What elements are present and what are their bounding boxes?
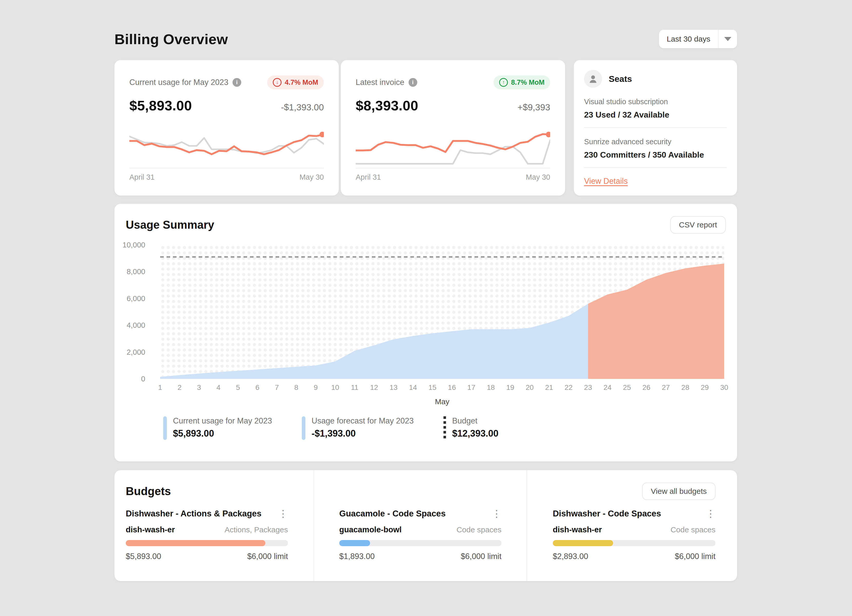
legend-value: $12,393.00 — [452, 428, 499, 439]
spark-start-date: April 31 — [356, 173, 381, 181]
budget-repo-name: dish-wash-er — [126, 525, 175, 534]
budgets-panel: Budgets Dishwasher - Actions & Packages … — [115, 470, 737, 581]
page-header: Billing Overview Last 30 days — [115, 0, 737, 48]
budget-column-2: Guacamole - Code Spaces ⋮ guacamole-bowl… — [314, 470, 527, 581]
blue-bar-marker-icon — [163, 416, 167, 440]
blue-bar-marker-icon — [302, 416, 305, 440]
budget-limit: $6,000 limit — [247, 552, 288, 561]
budget-item: Dishwasher - Code Spaces ⋮ dish-wash-er … — [553, 509, 716, 561]
budget-repo-name: guacamole-bowl — [339, 525, 402, 534]
latest-invoice-label: Latest invoice — [356, 78, 405, 87]
seats-card: Seats Visual studio subscription 23 Used… — [574, 60, 737, 196]
kebab-menu-icon[interactable]: ⋮ — [706, 510, 716, 517]
spark-end-date: May 30 — [299, 173, 324, 181]
legend-item-usage-forecast: Usage forecast for May 2023 -$1,393.00 — [302, 416, 414, 440]
billing-overview-page: Billing Overview Last 30 days Current us… — [0, 0, 852, 616]
legend-item-current-usage: Current usage for May 2023 $5,893.00 — [163, 416, 272, 440]
legend-label: Current usage for May 2023 — [173, 416, 272, 426]
x-axis-title: May — [160, 397, 724, 406]
budget-spent: $5,893.00 — [126, 552, 161, 561]
divider — [584, 168, 727, 168]
kebab-menu-icon[interactable]: ⋮ — [492, 510, 502, 517]
budget-progress-fill — [553, 540, 613, 546]
legend-value: $5,893.00 — [173, 428, 272, 439]
seats-section-value: 230 Committers / 350 Available — [584, 150, 727, 160]
current-usage-card: Current usage for May 2023 i ↓ 4.7% MoM … — [115, 60, 339, 196]
latest-invoice-sparkline — [356, 123, 550, 167]
spark-end-date: May 30 — [526, 173, 550, 181]
budget-progress-fill — [126, 540, 265, 546]
seats-section-label: Visual studio subscription — [584, 98, 727, 106]
divider — [584, 127, 727, 128]
latest-invoice-delta: +$9,393 — [518, 102, 550, 113]
mom-increase-badge: ↑ 8.7% MoM — [494, 75, 550, 89]
budget-title: Guacamole - Code Spaces — [339, 509, 446, 518]
budget-progress-bar — [339, 540, 502, 546]
info-icon[interactable]: i — [233, 78, 241, 87]
budget-progress-fill — [339, 540, 370, 546]
legend-label: Budget — [452, 416, 499, 426]
person-icon — [588, 73, 598, 84]
budget-item: Dishwasher - Actions & Packages ⋮ dish-w… — [126, 509, 288, 561]
seats-section-label: Sunrize advanced security — [584, 137, 727, 146]
latest-invoice-card: Latest invoice i ↑ 8.7% MoM $8,393.00 +$… — [341, 60, 565, 196]
period-selector-label: Last 30 days — [659, 30, 719, 48]
budget-scope: Code spaces — [671, 525, 716, 534]
legend-label: Usage forecast for May 2023 — [311, 416, 414, 426]
budget-spent: $1,893.00 — [339, 552, 375, 561]
budget-progress-bar — [553, 540, 716, 546]
budget-limit: $6,000 limit — [461, 552, 502, 561]
sparkline-baseline — [129, 168, 324, 168]
chevron-down-icon[interactable] — [719, 30, 737, 48]
current-usage-value: $5,893.00 — [129, 98, 192, 113]
stat-cards-row: Current usage for May 2023 i ↓ 4.7% MoM … — [115, 60, 737, 196]
budget-scope: Code spaces — [456, 525, 502, 534]
budget-item: Guacamole - Code Spaces ⋮ guacamole-bowl… — [339, 509, 502, 561]
info-icon[interactable]: i — [409, 78, 417, 87]
dotted-line-marker-icon — [443, 416, 446, 440]
budget-scope: Actions, Packages — [225, 525, 288, 534]
period-selector[interactable]: Last 30 days — [659, 30, 737, 48]
budget-repo-name: dish-wash-er — [553, 525, 602, 534]
current-usage-sparkline — [129, 123, 324, 167]
chart-legend: Current usage for May 2023 $5,893.00 Usa… — [163, 416, 737, 440]
view-details-link[interactable]: View Details — [584, 177, 628, 186]
usage-summary-title: Usage Summary — [126, 219, 214, 231]
budget-limit: $6,000 limit — [675, 552, 716, 561]
current-usage-delta: -$1,393.00 — [281, 102, 324, 113]
budget-progress-bar — [126, 540, 288, 546]
avatar — [584, 70, 602, 88]
seats-title: Seats — [609, 74, 632, 84]
view-all-budgets-button[interactable]: View all budgets — [642, 483, 716, 500]
x-axis-labels: 1234567891011121314151617181920212223242… — [160, 383, 724, 394]
legend-value: -$1,393.00 — [311, 428, 414, 439]
legend-item-budget: Budget $12,393.00 — [443, 416, 499, 440]
seats-section-value: 23 Used / 32 Available — [584, 110, 727, 119]
budget-column-3: View all budgets Dishwasher - Code Space… — [527, 470, 737, 581]
page-title: Billing Overview — [115, 31, 228, 47]
usage-area-chart — [160, 245, 724, 379]
mom-increase-text: 8.7% MoM — [511, 79, 545, 86]
budget-spent: $2,893.00 — [553, 552, 588, 561]
arrow-up-circle-icon: ↑ — [499, 78, 508, 87]
kebab-menu-icon[interactable]: ⋮ — [278, 510, 288, 517]
spark-start-date: April 31 — [129, 173, 154, 181]
sparkline-baseline — [356, 168, 550, 168]
latest-invoice-value: $8,393.00 — [356, 98, 418, 113]
budget-title: Dishwasher - Actions & Packages — [126, 509, 261, 518]
budget-title: Dishwasher - Code Spaces — [553, 509, 661, 518]
budgets-title: Budgets — [126, 485, 171, 498]
usage-chart: 02,0004,0006,0008,00010,000 123456789101… — [126, 245, 737, 406]
arrow-down-circle-icon: ↓ — [273, 78, 281, 87]
budget-column-1: Budgets Dishwasher - Actions & Packages … — [115, 470, 314, 581]
usage-summary-panel: Usage Summary CSV report 02,0004,0006,00… — [115, 204, 737, 462]
mom-decrease-text: 4.7% MoM — [285, 79, 318, 86]
mom-decrease-badge: ↓ 4.7% MoM — [267, 75, 324, 89]
csv-report-button[interactable]: CSV report — [670, 216, 726, 234]
y-axis-labels: 02,0004,0006,0008,00010,000 — [126, 245, 145, 379]
current-usage-label: Current usage for May 2023 — [129, 78, 228, 87]
